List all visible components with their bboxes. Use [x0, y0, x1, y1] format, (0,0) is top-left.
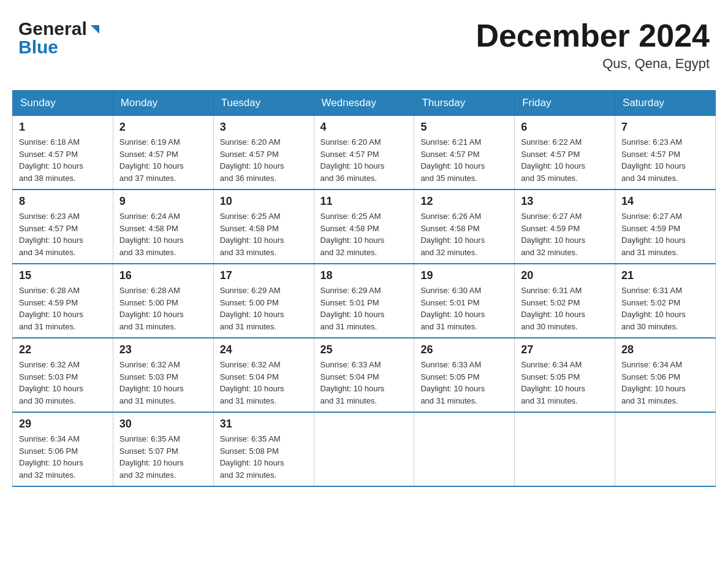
day-number: 28: [621, 343, 709, 356]
day-cell: 23Sunrise: 6:32 AMSunset: 5:03 PMDayligh…: [113, 338, 213, 412]
day-number: 9: [119, 195, 207, 208]
calendar-table: SundayMondayTuesdayWednesdayThursdayFrid…: [12, 90, 716, 487]
logo-blue-text: Blue: [18, 37, 58, 58]
day-number: 18: [320, 269, 408, 282]
day-cell: 31Sunrise: 6:35 AMSunset: 5:08 PMDayligh…: [213, 412, 314, 486]
day-cell: 25Sunrise: 6:33 AMSunset: 5:04 PMDayligh…: [314, 338, 414, 412]
day-info: Sunrise: 6:34 AMSunset: 5:05 PMDaylight:…: [521, 359, 609, 407]
weekday-header-wednesday: Wednesday: [314, 91, 414, 116]
day-cell: 2Sunrise: 6:19 AMSunset: 4:57 PMDaylight…: [113, 116, 213, 190]
weekday-header-row: SundayMondayTuesdayWednesdayThursdayFrid…: [13, 91, 716, 116]
day-number: 16: [119, 269, 207, 282]
day-cell: 6Sunrise: 6:22 AMSunset: 4:57 PMDaylight…: [515, 116, 615, 190]
day-number: 10: [220, 195, 308, 208]
day-cell: 1Sunrise: 6:18 AMSunset: 4:57 PMDaylight…: [13, 116, 113, 190]
day-info: Sunrise: 6:32 AMSunset: 5:04 PMDaylight:…: [220, 359, 308, 407]
day-cell: 11Sunrise: 6:25 AMSunset: 4:58 PMDayligh…: [314, 190, 414, 264]
day-info: Sunrise: 6:23 AMSunset: 4:57 PMDaylight:…: [621, 136, 709, 184]
day-number: 13: [521, 195, 609, 208]
day-cell: 27Sunrise: 6:34 AMSunset: 5:05 PMDayligh…: [515, 338, 615, 412]
day-info: Sunrise: 6:30 AMSunset: 5:01 PMDaylight:…: [420, 285, 508, 332]
day-cell: 10Sunrise: 6:25 AMSunset: 4:58 PMDayligh…: [213, 190, 314, 264]
weekday-header-sunday: Sunday: [13, 91, 113, 116]
day-number: 1: [19, 121, 107, 134]
day-number: 8: [19, 195, 107, 208]
week-row-5: 29Sunrise: 6:34 AMSunset: 5:06 PMDayligh…: [13, 412, 716, 486]
day-cell: 12Sunrise: 6:26 AMSunset: 4:58 PMDayligh…: [414, 190, 515, 264]
day-info: Sunrise: 6:35 AMSunset: 5:08 PMDaylight:…: [220, 433, 308, 481]
day-number: 17: [220, 269, 308, 282]
day-cell: 15Sunrise: 6:28 AMSunset: 4:59 PMDayligh…: [13, 264, 113, 338]
day-cell: [615, 412, 716, 486]
day-number: 11: [320, 195, 408, 208]
day-info: Sunrise: 6:24 AMSunset: 4:58 PMDaylight:…: [119, 210, 207, 258]
day-cell: 14Sunrise: 6:27 AMSunset: 4:59 PMDayligh…: [615, 190, 716, 264]
day-number: 27: [521, 343, 609, 356]
day-info: Sunrise: 6:22 AMSunset: 4:57 PMDaylight:…: [521, 136, 609, 184]
day-info: Sunrise: 6:32 AMSunset: 5:03 PMDaylight:…: [119, 359, 207, 407]
day-cell: 19Sunrise: 6:30 AMSunset: 5:01 PMDayligh…: [414, 264, 515, 338]
day-info: Sunrise: 6:31 AMSunset: 5:02 PMDaylight:…: [621, 285, 709, 332]
day-info: Sunrise: 6:19 AMSunset: 4:57 PMDaylight:…: [119, 136, 207, 184]
day-cell: 29Sunrise: 6:34 AMSunset: 5:06 PMDayligh…: [13, 412, 113, 486]
month-title: December 2024: [476, 18, 710, 53]
weekday-header-tuesday: Tuesday: [213, 91, 314, 116]
day-cell: 20Sunrise: 6:31 AMSunset: 5:02 PMDayligh…: [515, 264, 615, 338]
day-cell: 7Sunrise: 6:23 AMSunset: 4:57 PMDaylight…: [615, 116, 716, 190]
weekday-header-friday: Friday: [515, 91, 615, 116]
day-info: Sunrise: 6:33 AMSunset: 5:04 PMDaylight:…: [320, 359, 408, 407]
day-number: 20: [521, 269, 609, 282]
day-info: Sunrise: 6:33 AMSunset: 5:05 PMDaylight:…: [420, 359, 508, 407]
day-number: 2: [119, 121, 207, 134]
day-info: Sunrise: 6:32 AMSunset: 5:03 PMDaylight:…: [19, 359, 107, 407]
day-number: 6: [521, 121, 609, 134]
day-cell: 22Sunrise: 6:32 AMSunset: 5:03 PMDayligh…: [13, 338, 113, 412]
day-cell: 4Sunrise: 6:20 AMSunset: 4:57 PMDaylight…: [314, 116, 414, 190]
day-info: Sunrise: 6:29 AMSunset: 5:00 PMDaylight:…: [220, 285, 308, 332]
day-number: 25: [320, 343, 408, 356]
day-cell: 17Sunrise: 6:29 AMSunset: 5:00 PMDayligh…: [213, 264, 314, 338]
day-info: Sunrise: 6:25 AMSunset: 4:58 PMDaylight:…: [220, 210, 308, 258]
weekday-header-thursday: Thursday: [414, 91, 515, 116]
day-info: Sunrise: 6:31 AMSunset: 5:02 PMDaylight:…: [521, 285, 609, 332]
day-info: Sunrise: 6:21 AMSunset: 4:57 PMDaylight:…: [420, 136, 508, 184]
day-number: 29: [19, 418, 107, 431]
day-cell: 5Sunrise: 6:21 AMSunset: 4:57 PMDaylight…: [414, 116, 515, 190]
logo-triangle-icon: [88, 23, 102, 36]
day-cell: 9Sunrise: 6:24 AMSunset: 4:58 PMDaylight…: [113, 190, 213, 264]
day-number: 30: [119, 418, 207, 431]
day-number: 3: [220, 121, 308, 134]
day-info: Sunrise: 6:27 AMSunset: 4:59 PMDaylight:…: [621, 210, 709, 258]
day-info: Sunrise: 6:20 AMSunset: 4:57 PMDaylight:…: [220, 136, 308, 184]
day-cell: 13Sunrise: 6:27 AMSunset: 4:59 PMDayligh…: [515, 190, 615, 264]
day-info: Sunrise: 6:35 AMSunset: 5:07 PMDaylight:…: [119, 433, 207, 481]
logo: General Blue: [18, 18, 102, 58]
day-cell: [314, 412, 414, 486]
day-info: Sunrise: 6:28 AMSunset: 4:59 PMDaylight:…: [19, 285, 107, 332]
day-number: 19: [420, 269, 508, 282]
weekday-header-monday: Monday: [113, 91, 213, 116]
day-number: 12: [420, 195, 508, 208]
day-info: Sunrise: 6:28 AMSunset: 5:00 PMDaylight:…: [119, 285, 207, 332]
day-cell: 18Sunrise: 6:29 AMSunset: 5:01 PMDayligh…: [314, 264, 414, 338]
day-cell: 16Sunrise: 6:28 AMSunset: 5:00 PMDayligh…: [113, 264, 213, 338]
day-number: 5: [420, 121, 508, 134]
day-number: 7: [621, 121, 709, 134]
logo-general-text: General: [18, 18, 87, 39]
weekday-header-saturday: Saturday: [615, 91, 716, 116]
location-text: Qus, Qena, Egypt: [476, 56, 710, 72]
day-number: 24: [220, 343, 308, 356]
day-number: 21: [621, 269, 709, 282]
day-cell: [515, 412, 615, 486]
day-info: Sunrise: 6:29 AMSunset: 5:01 PMDaylight:…: [320, 285, 408, 332]
day-cell: [414, 412, 515, 486]
day-info: Sunrise: 6:34 AMSunset: 5:06 PMDaylight:…: [621, 359, 709, 407]
day-cell: 21Sunrise: 6:31 AMSunset: 5:02 PMDayligh…: [615, 264, 716, 338]
day-cell: 24Sunrise: 6:32 AMSunset: 5:04 PMDayligh…: [213, 338, 314, 412]
day-info: Sunrise: 6:18 AMSunset: 4:57 PMDaylight:…: [19, 136, 107, 184]
day-info: Sunrise: 6:25 AMSunset: 4:58 PMDaylight:…: [320, 210, 408, 258]
day-cell: 3Sunrise: 6:20 AMSunset: 4:57 PMDaylight…: [213, 116, 314, 190]
week-row-3: 15Sunrise: 6:28 AMSunset: 4:59 PMDayligh…: [13, 264, 716, 338]
page-header: General Blue December 2024 Qus, Qena, Eg…: [12, 12, 716, 78]
day-cell: 26Sunrise: 6:33 AMSunset: 5:05 PMDayligh…: [414, 338, 515, 412]
